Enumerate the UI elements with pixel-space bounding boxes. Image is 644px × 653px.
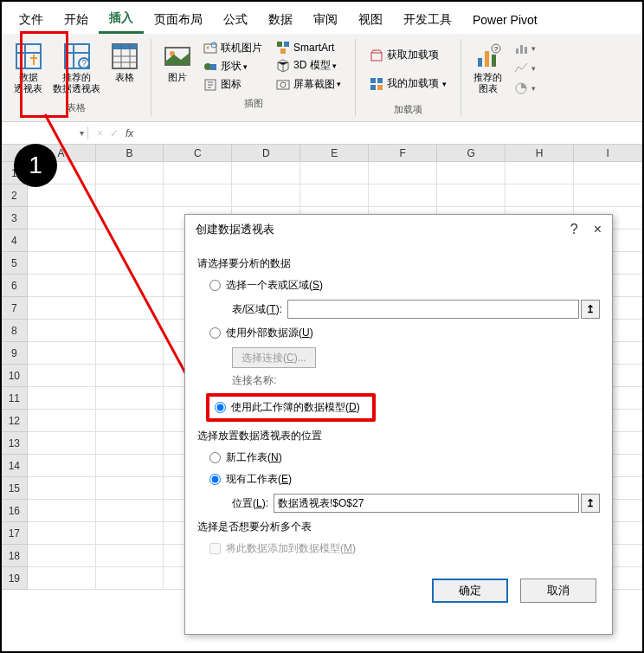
name-box-dropdown-icon[interactable]: ▾ (80, 128, 84, 138)
cell[interactable] (232, 184, 300, 207)
cell[interactable] (96, 342, 164, 365)
row-header[interactable]: 15 (2, 477, 28, 500)
cell[interactable] (96, 387, 164, 410)
tab-home[interactable]: 开始 (54, 7, 99, 33)
row-header[interactable]: 7 (2, 297, 28, 320)
cell[interactable] (28, 275, 96, 297)
row-header[interactable]: 10 (2, 365, 28, 387)
recommended-charts-button[interactable]: ? 推荐的 图表 (468, 39, 507, 98)
cell[interactable] (164, 162, 232, 184)
cell[interactable] (96, 545, 164, 567)
chart-type-2[interactable]: ▾ (511, 60, 539, 77)
location-input[interactable] (274, 494, 579, 513)
row-header[interactable]: 18 (2, 545, 28, 567)
cell[interactable] (28, 522, 96, 545)
cell[interactable] (300, 184, 369, 207)
col-header[interactable]: D (232, 145, 300, 162)
accept-formula-icon[interactable]: ✓ (110, 127, 119, 139)
cell[interactable] (96, 184, 164, 207)
row-header[interactable]: 19 (2, 567, 28, 590)
radio-select-range-input[interactable] (209, 280, 221, 291)
cell[interactable] (96, 365, 164, 387)
cell[interactable] (96, 162, 164, 184)
cell[interactable] (96, 567, 164, 590)
cell[interactable] (96, 230, 164, 252)
range-selector-button[interactable]: ↥ (581, 300, 600, 319)
cancel-formula-icon[interactable]: × (97, 127, 103, 139)
row-header[interactable]: 8 (2, 320, 28, 342)
cell[interactable] (28, 477, 96, 500)
3d-model-button[interactable]: 3D 模型▾ (273, 56, 345, 74)
cell[interactable] (28, 500, 96, 522)
radio-external-input[interactable] (209, 327, 221, 339)
row-header[interactable]: 16 (2, 500, 28, 522)
formula-input[interactable] (142, 124, 642, 143)
col-header[interactable]: H (506, 145, 574, 162)
cell[interactable] (96, 252, 164, 275)
radio-select-range[interactable]: 选择一个表或区域(S) (209, 278, 600, 293)
tab-data[interactable]: 数据 (258, 7, 303, 33)
cell[interactable] (28, 455, 96, 477)
tab-page-layout[interactable]: 页面布局 (144, 7, 213, 33)
row-header[interactable]: 2 (2, 184, 28, 207)
cell[interactable] (574, 184, 642, 207)
tab-insert[interactable]: 插入 (99, 5, 144, 34)
chart-type-1[interactable]: ▾ (511, 40, 539, 57)
dialog-title-bar[interactable]: 创建数据透视表 ? × (185, 215, 612, 244)
cell[interactable] (28, 184, 96, 207)
cell[interactable] (506, 162, 574, 184)
my-addins-button[interactable]: 我的加载项▾ (366, 74, 450, 93)
table-button[interactable]: 表格 (106, 39, 144, 98)
cell[interactable] (28, 207, 96, 230)
pictures-button[interactable]: 图片 (158, 39, 196, 94)
radio-new-sheet-input[interactable] (209, 452, 221, 463)
cell[interactable] (437, 162, 506, 184)
row-header[interactable]: 5 (2, 252, 28, 275)
icons-button[interactable]: 图标 (200, 75, 266, 94)
tab-file[interactable]: 文件 (9, 7, 54, 33)
cell[interactable] (28, 387, 96, 410)
col-header[interactable]: F (369, 145, 437, 162)
cell[interactable] (96, 207, 164, 230)
cell[interactable] (164, 184, 232, 207)
row-header[interactable]: 3 (2, 207, 28, 230)
cell[interactable] (28, 230, 96, 252)
cell[interactable] (96, 297, 164, 320)
dialog-help-button[interactable]: ? (570, 222, 578, 237)
row-header[interactable]: 6 (2, 275, 28, 297)
col-header[interactable]: I (574, 145, 642, 162)
cell[interactable] (232, 162, 300, 184)
row-header[interactable]: 17 (2, 522, 28, 545)
shapes-button[interactable]: 形状▾ (200, 57, 266, 75)
radio-existing-sheet[interactable]: 现有工作表(E) (209, 472, 600, 487)
row-header[interactable]: 11 (2, 387, 28, 410)
chart-type-3[interactable]: ▾ (511, 80, 539, 97)
radio-external[interactable]: 使用外部数据源(U) (209, 326, 600, 340)
col-header[interactable]: G (437, 145, 506, 162)
cell[interactable] (574, 162, 642, 184)
cell[interactable] (96, 455, 164, 477)
location-selector-button[interactable]: ↥ (581, 494, 600, 513)
cell[interactable] (437, 184, 506, 207)
cell[interactable] (28, 365, 96, 387)
cell[interactable] (96, 410, 164, 432)
smartart-button[interactable]: SmartArt (273, 39, 345, 56)
cell[interactable] (28, 432, 96, 455)
cell[interactable] (28, 410, 96, 432)
cell[interactable] (96, 432, 164, 455)
screenshot-button[interactable]: 屏幕截图▾ (273, 75, 345, 94)
radio-new-sheet[interactable]: 新工作表(N) (209, 450, 600, 465)
ok-button[interactable]: 确定 (432, 579, 508, 603)
cell[interactable] (28, 252, 96, 275)
col-header[interactable]: E (300, 145, 369, 162)
cell[interactable] (96, 275, 164, 297)
tab-view[interactable]: 视图 (348, 7, 393, 33)
online-pictures-button[interactable]: 联机图片 (200, 39, 266, 57)
row-header[interactable]: 9 (2, 342, 28, 365)
col-header[interactable]: B (96, 145, 164, 162)
cell[interactable] (96, 522, 164, 545)
cell[interactable] (96, 500, 164, 522)
cell[interactable] (96, 477, 164, 500)
cell[interactable] (369, 162, 437, 184)
row-header[interactable]: 12 (2, 410, 28, 432)
